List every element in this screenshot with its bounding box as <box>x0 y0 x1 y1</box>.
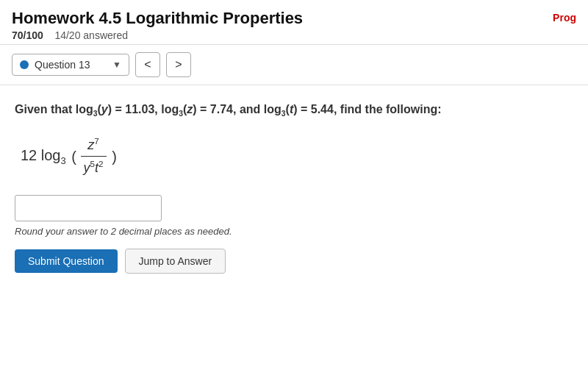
expression-paren-close: ) <box>112 146 117 167</box>
score-value: 70/100 <box>12 29 43 41</box>
expression-fraction: z7 y5t2 <box>81 135 107 177</box>
main-content: Given that log3(y) = 11.03, log3(z) = 7.… <box>0 85 588 288</box>
answered-count: 14/20 answered <box>54 29 128 41</box>
math-expression: 12 log3 ( z7 y5t2 ) <box>21 135 573 177</box>
jump-to-answer-button[interactable]: Jump to Answer <box>125 249 226 274</box>
question-dropdown[interactable]: Question 13 ▼ <box>12 54 129 76</box>
progress-label: Prog <box>553 9 576 24</box>
chevron-down-icon: ▼ <box>112 60 121 70</box>
next-question-button[interactable]: > <box>166 52 191 77</box>
question-label: Question 13 <box>35 59 107 71</box>
action-buttons: Submit Question Jump to Answer <box>15 249 573 274</box>
question-nav-bar: Question 13 ▼ < > <box>0 45 588 85</box>
header-left: Homework 4.5 Logarithmic Properties 70/1… <box>12 9 303 41</box>
problem-statement: Given that log3(y) = 11.03, log3(z) = 7.… <box>15 100 573 121</box>
page-title: Homework 4.5 Logarithmic Properties <box>12 9 303 28</box>
submit-question-button[interactable]: Submit Question <box>15 249 118 273</box>
round-note: Round your answer to 2 decimal places as… <box>15 226 573 237</box>
prev-question-button[interactable]: < <box>135 52 160 77</box>
page-header: Homework 4.5 Logarithmic Properties 70/1… <box>0 0 588 45</box>
question-status-dot <box>20 60 29 69</box>
score-line: 70/100 14/20 answered <box>12 29 303 41</box>
fraction-numerator: z7 <box>81 135 107 157</box>
expression-paren-open: ( <box>71 146 76 167</box>
fraction-denominator: y5t2 <box>81 157 107 177</box>
answer-input[interactable] <box>15 195 162 221</box>
expression-prefix: 12 log3 <box>21 147 70 163</box>
